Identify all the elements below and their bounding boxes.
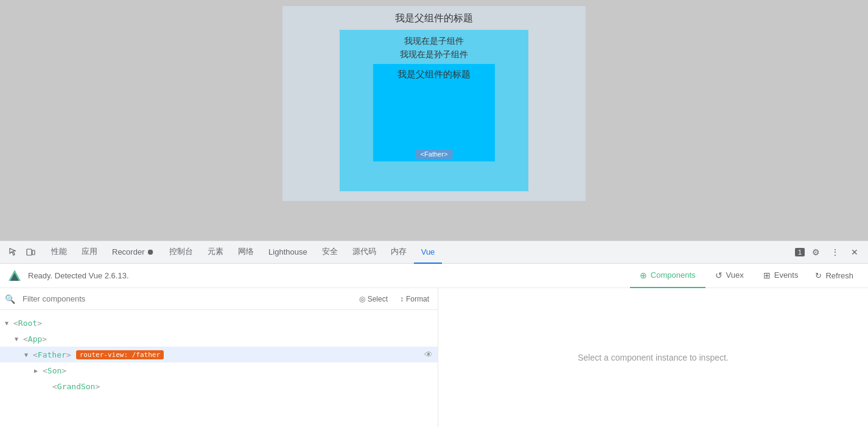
preview-area: 我是父组件的标题 我现在是子组件 我现在是孙子组件 我是父组件的标题 <Fath… bbox=[0, 0, 868, 241]
route-badge: router-view: /father bbox=[76, 350, 164, 359]
refresh-label: Refresh bbox=[825, 271, 853, 280]
tree-item-grandson[interactable]: <GrandSon> bbox=[0, 378, 438, 394]
inspector-panel: Select a component instance to inspect. bbox=[438, 288, 868, 427]
more-btn[interactable]: ⋮ bbox=[827, 244, 844, 261]
events-icon: ⊞ bbox=[763, 270, 771, 280]
format-button[interactable]: ↕ Format bbox=[396, 293, 433, 305]
preview-container: 我是父组件的标题 我现在是子组件 我现在是孙子组件 我是父组件的标题 <Fath… bbox=[282, 6, 586, 201]
tab-elements[interactable]: 元素 bbox=[200, 241, 231, 264]
outer-title: 我是父组件的标题 bbox=[395, 12, 473, 25]
select-label: Select bbox=[368, 295, 388, 303]
grandchild-text: 我现在是孙子组件 bbox=[400, 49, 468, 60]
format-label: Format bbox=[406, 295, 429, 303]
tab-components-label: Components bbox=[651, 270, 696, 280]
tab-app[interactable]: 应用 bbox=[74, 241, 105, 264]
arrow-app: ▼ bbox=[15, 336, 23, 342]
search-icon: 🔍 bbox=[5, 294, 15, 304]
components-icon: ⊕ bbox=[640, 270, 647, 280]
tab-performance[interactable]: 性能 bbox=[44, 241, 74, 264]
tab-events[interactable]: ⊞ Events bbox=[754, 264, 808, 288]
vue-tabs: ⊕ Components ↺ Vuex ⊞ Events ↻ Refresh bbox=[630, 264, 861, 288]
vue-status: Ready. Detected Vue 2.6.13. bbox=[28, 271, 129, 280]
tab-events-label: Events bbox=[774, 270, 799, 280]
tree-item-father[interactable]: ▼ <Father> router-view: /father 👁 bbox=[0, 347, 438, 362]
vuex-icon: ↺ bbox=[715, 270, 723, 280]
tab-components[interactable]: ⊕ Components bbox=[630, 264, 705, 288]
refresh-icon: ↻ bbox=[815, 271, 822, 280]
tab-network[interactable]: 网络 bbox=[231, 241, 261, 264]
tab-vue[interactable]: Vue bbox=[414, 241, 443, 264]
device-toolbar-btn[interactable] bbox=[22, 244, 39, 261]
inspector-placeholder: Select a component instance to inspect. bbox=[578, 353, 728, 362]
tab-memory[interactable]: 内存 bbox=[383, 241, 414, 264]
format-icon: ↕ bbox=[400, 295, 404, 303]
settings-btn[interactable]: ⚙ bbox=[807, 244, 824, 261]
svg-rect-0 bbox=[27, 249, 32, 255]
tab-vuex[interactable]: ↺ Vuex bbox=[705, 264, 754, 288]
select-button[interactable]: ◎ Select bbox=[355, 293, 391, 305]
vue-logo-icon bbox=[7, 269, 22, 283]
select-icon: ◎ bbox=[359, 295, 365, 303]
component-tree: 🔍 ◎ Select ↕ Format ▼ <Root> bbox=[0, 288, 438, 427]
arrow-son: ▶ bbox=[34, 367, 43, 374]
refresh-button[interactable]: ↻ Refresh bbox=[808, 264, 861, 288]
vue-panel: Ready. Detected Vue 2.6.13. ⊕ Components… bbox=[0, 264, 868, 427]
arrow-root: ▼ bbox=[5, 320, 13, 326]
search-input[interactable] bbox=[23, 294, 351, 303]
tab-vuex-label: Vuex bbox=[726, 270, 744, 280]
close-btn[interactable]: ✕ bbox=[846, 244, 863, 261]
svg-rect-1 bbox=[32, 250, 35, 255]
tree-content: ▼ <Root> ▼ <App> ▼ <Father> router-view:… bbox=[0, 310, 438, 427]
tab-lighthouse[interactable]: Lighthouse bbox=[261, 241, 315, 264]
tree-item-app[interactable]: ▼ <App> bbox=[0, 331, 438, 347]
tree-toolbar: 🔍 ◎ Select ↕ Format bbox=[0, 288, 438, 310]
tab-security[interactable]: 安全 bbox=[315, 241, 345, 264]
badge-count: 1 bbox=[795, 248, 805, 256]
inner-title: 我是父组件的标题 bbox=[397, 69, 471, 80]
devtools-bar: 性能 应用 Recorder ⏺ 控制台 元素 网络 Lighthouse 安全… bbox=[0, 241, 868, 264]
eye-icon[interactable]: 👁 bbox=[424, 350, 433, 359]
arrow-grandson bbox=[44, 383, 52, 390]
tab-console[interactable]: 控制台 bbox=[162, 241, 200, 264]
child-text: 我现在是子组件 bbox=[404, 36, 464, 47]
tab-recorder[interactable]: Recorder ⏺ bbox=[105, 241, 162, 264]
tree-item-son[interactable]: ▶ <Son> bbox=[0, 362, 438, 378]
arrow-father: ▼ bbox=[24, 351, 33, 358]
inner-box: 我现在是子组件 我现在是孙子组件 我是父组件的标题 <Father> bbox=[340, 30, 528, 191]
tree-item-root[interactable]: ▼ <Root> bbox=[0, 315, 438, 331]
devtools-right: 1 ⚙ ⋮ ✕ bbox=[795, 244, 863, 261]
father-badge: <Father> bbox=[416, 149, 453, 159]
inspect-element-btn[interactable] bbox=[5, 244, 22, 261]
inner-inner-box: 我是父组件的标题 <Father> bbox=[373, 64, 495, 161]
vue-panel-header: Ready. Detected Vue 2.6.13. ⊕ Components… bbox=[0, 264, 868, 288]
tab-sources[interactable]: 源代码 bbox=[345, 241, 383, 264]
vue-body: 🔍 ◎ Select ↕ Format ▼ <Root> bbox=[0, 288, 868, 427]
